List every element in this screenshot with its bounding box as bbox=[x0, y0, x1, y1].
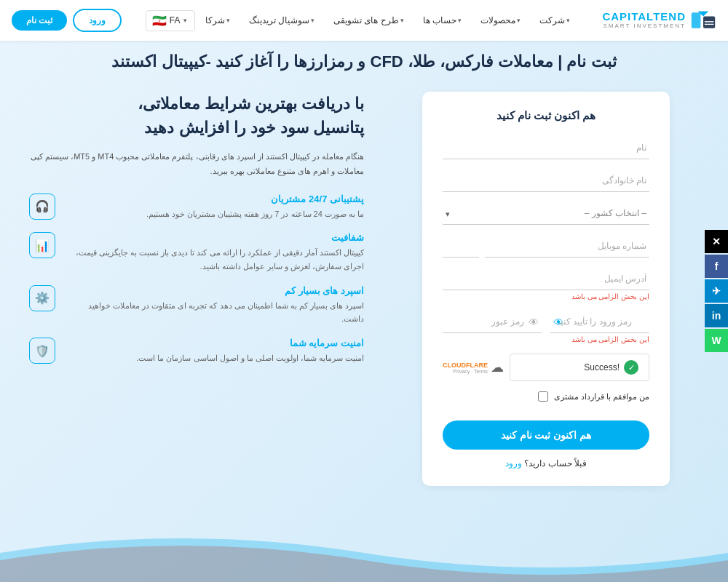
company-chevron-icon: ▾ bbox=[566, 17, 570, 24]
password-input[interactable] bbox=[443, 311, 542, 333]
country-select-wrapper: – انتخاب کشور – ▾ bbox=[443, 202, 649, 225]
svg-rect-1 bbox=[703, 17, 715, 28]
logo-text: CAPITALTEND SMART INVESTMENT bbox=[602, 11, 686, 29]
terms-checkbox[interactable] bbox=[538, 391, 548, 402]
lang-label: FA bbox=[170, 15, 181, 25]
feature-transparency-text: شفافیت کیپیتال اکستند آمار دقیقی از عملک… bbox=[64, 232, 364, 273]
login-button[interactable]: ورود bbox=[73, 9, 122, 32]
social-telegram-button[interactable]: ✈ bbox=[705, 279, 728, 303]
nav-accounts[interactable]: ▾ حساب ها bbox=[416, 11, 470, 30]
page-header: ثبت نام | معاملات فارکس، طلا، CFD و رمزا… bbox=[0, 52, 728, 71]
feature-item-spreads: اسپرد های بسیار کم اسپرد های بسیار کم به… bbox=[29, 285, 364, 326]
phone-input[interactable] bbox=[485, 235, 649, 258]
password-eye-icon[interactable]: 👁 bbox=[529, 316, 539, 328]
email-field-group: این بخش الزامی می باشد bbox=[443, 268, 649, 300]
info-heading: با دریافت بهترین شرایط معاملاتی، پتانسیل… bbox=[29, 92, 364, 140]
confirm-password-input[interactable] bbox=[550, 311, 649, 333]
phone-input-group bbox=[443, 235, 649, 258]
email-input[interactable] bbox=[443, 268, 649, 290]
logo-tagline: SMART INVESTMENT bbox=[602, 23, 686, 30]
family-name-input[interactable] bbox=[443, 170, 649, 192]
password-error: این بخش الزامی می باشد bbox=[443, 335, 649, 343]
password-inputs: 👁 👁 bbox=[443, 311, 649, 333]
partners-chevron-icon: ▾ bbox=[226, 17, 230, 24]
language-selector[interactable]: ▾ FA 🇮🇷 bbox=[146, 10, 195, 31]
phone-field-group bbox=[443, 235, 649, 258]
logo-brand-name: CAPITALTEND bbox=[602, 11, 686, 23]
info-heading-line1: با دریافت بهترین شرایط معاملاتی، bbox=[29, 92, 364, 116]
info-description: هنگام معامله در کیپیتال اکستند از اسپرد … bbox=[29, 150, 364, 179]
feature-spreads-icon: ⚙️ bbox=[29, 285, 55, 311]
svg-rect-0 bbox=[692, 12, 701, 28]
login-link[interactable]: ورود bbox=[505, 458, 522, 469]
form-card-title: هم اکنون ثبت نام کنید bbox=[443, 109, 649, 122]
captcha-check-icon: ✓ bbox=[624, 360, 638, 375]
feature-security-text: امنیت سرمایه شما امنیت سرمایه شما، اولوی… bbox=[64, 338, 364, 365]
accounts-chevron-icon: ▾ bbox=[458, 17, 462, 24]
cloudflare-icon: ☁ bbox=[491, 359, 504, 375]
logo-icon bbox=[690, 7, 716, 33]
social-sidebar: ✕ f ✈ in W bbox=[705, 230, 728, 352]
feature-support-desc: ما به صورت 24 ساعته در 7 روز هفته پشتیبا… bbox=[64, 207, 364, 221]
social-linkedin-button[interactable]: in bbox=[705, 304, 728, 327]
feature-item-transparency: شفافیت کیپیتال اکستند آمار دقیقی از عملک… bbox=[29, 232, 364, 273]
feature-transparency-title: شفافیت bbox=[64, 232, 364, 243]
name-field-group bbox=[443, 137, 649, 159]
feature-security-desc: امنیت سرمایه شما، اولویت اصلی ما و اصول … bbox=[64, 351, 364, 365]
social-x-button[interactable]: ✕ bbox=[705, 230, 728, 253]
nav-products-label: محصولات bbox=[480, 15, 515, 25]
form-section: هم اکنون ثبت نام کنید – انتخاب کشور – ▾ bbox=[379, 41, 728, 582]
feature-transparency-desc: کیپیتال اکستند آمار دقیقی از عملکرد را ا… bbox=[64, 246, 364, 273]
cloudflare-text: CLOUDFLARE Privacy · Terms bbox=[443, 362, 488, 374]
features-list: پشتیبانی 24/7 مشتریان ما به صورت 24 ساعت… bbox=[29, 194, 364, 365]
flag-icon: 🇮🇷 bbox=[152, 14, 167, 28]
social-facebook-button[interactable]: f bbox=[705, 255, 728, 278]
terms-row: من موافقم با قرارداد مشتری bbox=[443, 391, 649, 402]
name-input[interactable] bbox=[443, 137, 649, 159]
captcha-row: ✓ !Success ☁ CLOUDFLARE Privacy · Terms bbox=[443, 354, 649, 381]
feature-spreads-desc: اسپرد های بسیار کم به شما اطمینان می دهد… bbox=[64, 299, 364, 326]
nav-social-trading[interactable]: ▾ سوشیال تریدینگ bbox=[242, 11, 323, 30]
feature-support-title: پشتیبانی 24/7 مشتریان bbox=[64, 194, 364, 204]
registration-form-card: هم اکنون ثبت نام کنید – انتخاب کشور – ▾ bbox=[422, 92, 670, 486]
info-heading-line2: پتانسیل سود خود را افزایش دهید bbox=[29, 116, 364, 140]
nav-company-label: شرکت bbox=[539, 15, 565, 25]
lang-chevron-icon: ▾ bbox=[183, 17, 187, 24]
wave-decoration bbox=[0, 524, 728, 582]
nav-links: ▾ شرکت ▾ محصولات ▾ حساب ها ▾ طرح های تشو… bbox=[146, 10, 579, 31]
nav-promotions-label: طرح های تشویقی bbox=[333, 15, 399, 25]
feature-transparency-icon: 📊 bbox=[29, 232, 55, 258]
confirm-password-eye-icon[interactable]: 👁 bbox=[553, 316, 563, 328]
social-trading-chevron-icon: ▾ bbox=[311, 17, 314, 24]
country-select[interactable]: – انتخاب کشور – bbox=[443, 202, 649, 225]
page-title: ثبت نام | معاملات فارکس، طلا، CFD و رمزا… bbox=[0, 52, 728, 71]
password-field-group: 👁 👁 این بخش الزامی می باشد bbox=[443, 311, 649, 343]
register-button[interactable]: ثبت نام bbox=[12, 10, 67, 31]
feature-spreads-title: اسپرد های بسیار کم bbox=[64, 285, 364, 296]
feature-security-icon: 🛡️ bbox=[29, 338, 55, 364]
feature-spreads-text: اسپرد های بسیار کم اسپرد های بسیار کم به… bbox=[64, 285, 364, 326]
feature-item-security: امنیت سرمایه شما امنیت سرمایه شما، اولوی… bbox=[29, 338, 364, 365]
feature-support-icon: 🎧 bbox=[29, 194, 55, 220]
logo[interactable]: CAPITALTEND SMART INVESTMENT bbox=[602, 7, 716, 33]
captcha-success: ✓ !Success bbox=[510, 354, 649, 381]
auth-buttons: ورود ثبت نام bbox=[12, 9, 122, 32]
nav-partners[interactable]: ▾ شرکا bbox=[198, 11, 239, 30]
feature-support-text: پشتیبانی 24/7 مشتریان ما به صورت 24 ساعت… bbox=[64, 194, 364, 221]
products-chevron-icon: ▾ bbox=[517, 17, 521, 24]
captcha-label: !Success bbox=[584, 362, 620, 372]
nav-products[interactable]: ▾ محصولات bbox=[473, 11, 529, 30]
nav-company[interactable]: ▾ شرکت bbox=[532, 11, 579, 30]
cloudflare-logo: ☁ CLOUDFLARE Privacy · Terms bbox=[443, 359, 504, 375]
email-error: این بخش الزامی می باشد bbox=[443, 292, 649, 300]
social-whatsapp-button[interactable]: W bbox=[705, 329, 728, 352]
promotions-chevron-icon: ▾ bbox=[400, 17, 404, 24]
login-link-row: قبلاً حساب دارید؟ ورود bbox=[443, 458, 649, 469]
password-field: 👁 bbox=[443, 311, 542, 333]
nav-social-trading-label: سوشیال تریدینگ bbox=[249, 15, 309, 25]
terms-label: من موافقم با قرارداد مشتری bbox=[554, 392, 649, 402]
nav-promotions[interactable]: ▾ طرح های تشویقی bbox=[326, 11, 413, 30]
feature-item-support: پشتیبانی 24/7 مشتریان ما به صورت 24 ساعت… bbox=[29, 194, 364, 221]
country-field-group: – انتخاب کشور – ▾ bbox=[443, 202, 649, 225]
submit-register-button[interactable]: هم اکنون ثبت نام کنید bbox=[443, 420, 649, 450]
